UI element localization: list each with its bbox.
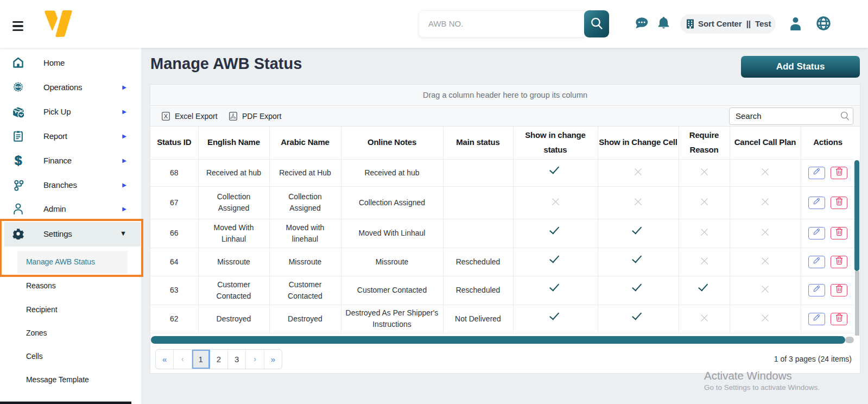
svg-text:X: X bbox=[164, 113, 168, 119]
svg-text:NEW: NEW bbox=[15, 86, 22, 89]
